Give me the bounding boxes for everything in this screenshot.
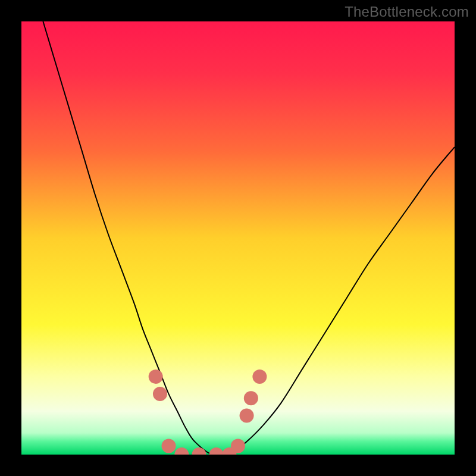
highlight-marker bbox=[244, 391, 258, 405]
highlight-marker bbox=[231, 439, 245, 453]
plot-area bbox=[21, 21, 455, 455]
highlight-marker bbox=[153, 387, 167, 401]
plot-svg bbox=[21, 21, 455, 455]
app-root: TheBottleneck.com bbox=[0, 0, 476, 476]
watermark-text: TheBottleneck.com bbox=[345, 4, 469, 20]
highlight-marker bbox=[240, 408, 254, 422]
highlight-marker bbox=[162, 439, 176, 453]
gradient-background bbox=[21, 21, 455, 455]
highlight-marker bbox=[149, 369, 163, 384]
highlight-marker bbox=[252, 369, 267, 384]
